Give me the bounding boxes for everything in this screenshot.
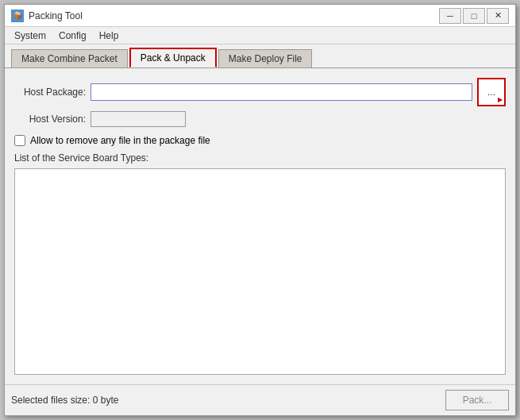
menu-help[interactable]: Help <box>93 29 125 43</box>
title-bar-left: 📦 Packing Tool <box>11 10 83 22</box>
checkbox-row: Allow to remove any file in the package … <box>14 135 506 146</box>
close-button[interactable]: ✕ <box>487 8 509 24</box>
service-board-list[interactable] <box>14 168 506 375</box>
menu-bar: System Config Help <box>5 27 515 44</box>
status-bar: Selected files size: 0 byte Pack... <box>5 384 515 415</box>
list-label: List of the Service Board Types: <box>14 152 506 164</box>
host-version-input[interactable] <box>91 111 186 127</box>
content-area: Host Package: ... Host Version: Allow to… <box>5 68 515 384</box>
main-window: 📦 Packing Tool ─ □ ✕ System Config Help … <box>4 4 516 416</box>
minimize-button[interactable]: ─ <box>439 8 461 24</box>
tab-make-deploy-file[interactable]: Make Deploy File <box>218 49 313 67</box>
title-bar: 📦 Packing Tool ─ □ ✕ <box>5 5 515 27</box>
host-version-label: Host Version: <box>14 114 86 125</box>
title-buttons: ─ □ ✕ <box>439 8 509 24</box>
host-version-row: Host Version: <box>14 111 506 127</box>
browse-button[interactable]: ... <box>477 78 506 106</box>
maximize-button[interactable]: □ <box>463 8 485 24</box>
tab-pack-unpack[interactable]: Pack & Unpack <box>129 48 217 67</box>
app-icon: 📦 <box>11 10 24 22</box>
menu-config[interactable]: Config <box>52 29 93 43</box>
window-title: Packing Tool <box>29 10 83 21</box>
host-package-label: Host Package: <box>14 87 86 98</box>
allow-remove-label: Allow to remove any file in the package … <box>30 135 210 146</box>
browse-icon: ... <box>487 87 495 98</box>
status-text: Selected files size: 0 byte <box>11 395 118 406</box>
tab-make-combine-packet[interactable]: Make Combine Packet <box>11 49 128 67</box>
host-package-row: Host Package: ... <box>14 78 506 106</box>
pack-button[interactable]: Pack... <box>445 390 509 410</box>
menu-system[interactable]: System <box>8 29 52 43</box>
allow-remove-checkbox[interactable] <box>14 135 25 146</box>
host-package-input[interactable] <box>91 83 472 101</box>
tabs-bar: Make Combine Packet Pack & Unpack Make D… <box>5 44 515 68</box>
